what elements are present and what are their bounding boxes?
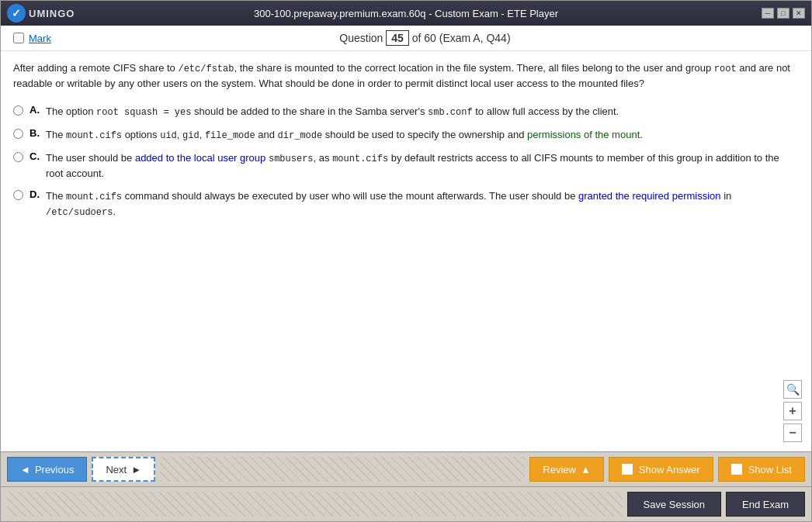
hatch-area-left	[160, 457, 525, 482]
bottom-toolbar-2: Save Session End Exam	[1, 486, 811, 521]
zoom-controls: 🔍 + −	[783, 380, 802, 442]
close-button[interactable]: ✕	[793, 8, 805, 19]
mark-label[interactable]: Mark	[29, 33, 51, 44]
main-area: Mark Question 45 of 60 (Exam A, Q44) Aft…	[1, 26, 811, 521]
option-c: C. The user should be added to the local…	[13, 150, 799, 181]
logo-text: UMINGO	[29, 8, 75, 19]
option-b: B. The mount.cifs options uid, gid, file…	[13, 127, 799, 143]
option-a-text: The option root squash = yes should be a…	[46, 104, 619, 119]
option-d-label: D.	[29, 188, 40, 200]
save-session-label: Save Session	[644, 499, 706, 510]
show-answer-button[interactable]: Show Answer	[609, 457, 713, 482]
option-a: A. The option root squash = yes should b…	[13, 104, 799, 119]
bottom-toolbar-1: ◄ Previous Next ► Review ▲ Show Answer S…	[1, 451, 811, 486]
show-list-label: Show List	[748, 464, 792, 475]
review-button[interactable]: Review ▲	[529, 457, 604, 482]
question-number-box: 45	[386, 30, 409, 46]
prev-arrow-icon: ◄	[20, 464, 30, 475]
options-list: A. The option root squash = yes should b…	[13, 104, 799, 220]
option-b-label: B.	[29, 127, 40, 139]
question-label: Question	[339, 32, 383, 44]
review-arrow-icon: ▲	[581, 464, 591, 475]
next-button[interactable]: Next ►	[92, 457, 155, 482]
end-exam-label: End Exam	[742, 499, 789, 510]
review-label: Review	[543, 464, 576, 475]
save-session-button[interactable]: Save Session	[627, 492, 722, 517]
end-exam-button[interactable]: End Exam	[726, 492, 805, 517]
next-arrow-icon: ►	[131, 464, 141, 475]
logo-checkmark: ✓	[12, 7, 21, 19]
previous-button[interactable]: ◄ Previous	[7, 457, 87, 482]
title-bar-left: ✓ UMINGO	[7, 4, 75, 22]
show-answer-icon	[622, 464, 633, 475]
option-a-label: A.	[29, 104, 40, 116]
title-bar: ✓ UMINGO 300-100.prepaway.premium.exam.6…	[1, 1, 811, 26]
question-body: After adding a remote CIFS share to /etc…	[1, 51, 811, 451]
show-answer-label: Show Answer	[639, 464, 700, 475]
previous-label: Previous	[35, 464, 75, 475]
application-window: ✓ UMINGO 300-100.prepaway.premium.exam.6…	[0, 0, 812, 522]
window-controls: ─ □ ✕	[762, 8, 805, 19]
zoom-in-button[interactable]: +	[783, 402, 802, 420]
logo: ✓ UMINGO	[7, 4, 75, 22]
option-d-text: The mount.cifs command should always be …	[46, 188, 799, 220]
option-b-text: The mount.cifs options uid, gid, file_mo…	[46, 127, 643, 143]
option-d: D. The mount.cifs command should always …	[13, 188, 799, 220]
option-c-label: C.	[29, 150, 40, 162]
mark-checkbox[interactable]	[13, 33, 24, 43]
hatch-area-right	[7, 492, 623, 517]
question-header: Mark Question 45 of 60 (Exam A, Q44)	[1, 26, 811, 51]
option-a-radio[interactable]	[13, 105, 23, 116]
maximize-button[interactable]: □	[777, 8, 789, 19]
question-text: After adding a remote CIFS share to /etc…	[13, 60, 799, 92]
show-list-button[interactable]: Show List	[718, 457, 805, 482]
question-number-area: Question 45 of 60 (Exam A, Q44)	[51, 32, 799, 44]
option-c-radio[interactable]	[13, 152, 23, 162]
question-of-label: of 60 (Exam A, Q44)	[412, 32, 511, 44]
next-label: Next	[106, 464, 127, 475]
window-title: 300-100.prepaway.premium.exam.60q - Cust…	[254, 8, 558, 19]
show-list-icon	[731, 464, 742, 475]
zoom-out-button[interactable]: −	[783, 423, 802, 442]
search-button[interactable]: 🔍	[783, 380, 802, 399]
option-c-text: The user should be added to the local us…	[46, 150, 799, 181]
option-d-radio[interactable]	[13, 190, 23, 200]
option-b-radio[interactable]	[13, 129, 23, 139]
minimize-button[interactable]: ─	[762, 8, 774, 19]
logo-icon: ✓	[7, 4, 26, 22]
mark-area: Mark	[13, 33, 51, 44]
